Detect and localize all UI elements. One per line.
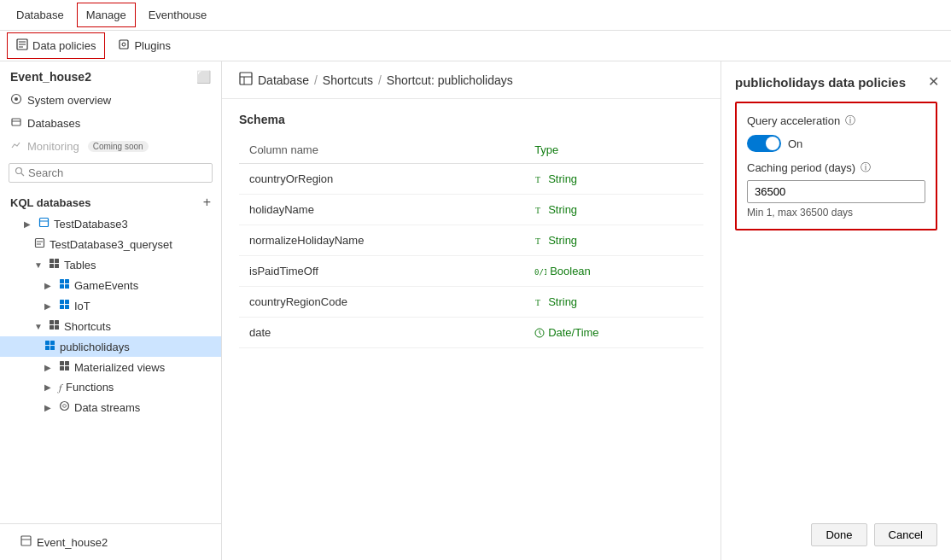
- svg-rect-25: [60, 300, 64, 304]
- svg-rect-37: [60, 361, 64, 365]
- breadcrumb-db-icon: [239, 72, 253, 88]
- caching-input[interactable]: [747, 180, 925, 203]
- svg-rect-23: [60, 284, 64, 289]
- col-name-cell: normalizeHolidayName: [239, 225, 524, 256]
- svg-line-11: [21, 173, 24, 176]
- qa-toggle[interactable]: [747, 135, 781, 152]
- qa-info-icon[interactable]: ⓘ: [845, 114, 855, 128]
- search-input[interactable]: [28, 166, 207, 179]
- kql-databases-section[interactable]: KQL databases +: [0, 188, 221, 213]
- svg-rect-14: [36, 239, 44, 248]
- sidebar-monitoring[interactable]: Monitoring Coming soon: [0, 135, 221, 158]
- nav-database[interactable]: Database: [7, 3, 73, 27]
- chevron-shortcuts-icon: ▼: [34, 322, 44, 331]
- svg-rect-19: [50, 264, 54, 268]
- table-row: holidayNameT String: [239, 195, 703, 225]
- svg-rect-20: [55, 264, 59, 268]
- tables-icon: [49, 258, 60, 271]
- db-icon: [38, 217, 50, 230]
- gameevents-icon: [59, 278, 70, 292]
- svg-rect-40: [65, 366, 69, 370]
- tree-testdatabase3[interactable]: ▶ TestDatabase3: [0, 213, 221, 234]
- col-name-cell: countryOrRegion: [239, 164, 524, 195]
- tree-tables[interactable]: ▼ Tables: [0, 254, 221, 275]
- matview-icon: [59, 360, 70, 374]
- right-panel-title: publicholidays data policies: [735, 75, 937, 90]
- caching-label: Caching period (days) ⓘ: [747, 160, 925, 175]
- breadcrumb-sep2: /: [378, 73, 382, 87]
- main-layout: Event_house2 ⬜ System overview Databases…: [0, 61, 951, 560]
- table-row: normalizeHolidayNameT String: [239, 225, 703, 256]
- sidebar-system-overview[interactable]: System overview: [0, 89, 221, 112]
- chevron-mv-icon: ▶: [44, 363, 55, 372]
- close-button[interactable]: ✕: [928, 73, 939, 90]
- cancel-button[interactable]: Cancel: [874, 523, 937, 546]
- nav-data-policies[interactable]: Data policies: [7, 32, 105, 59]
- func-icon: 𝑓: [59, 382, 61, 394]
- second-nav: Data policies Plugins: [0, 31, 951, 61]
- svg-rect-35: [45, 346, 50, 350]
- nav-eventhouse[interactable]: Eventhouse: [139, 3, 217, 27]
- svg-rect-12: [40, 219, 49, 227]
- svg-rect-34: [50, 341, 55, 345]
- svg-rect-32: [55, 325, 59, 330]
- nav-plugins[interactable]: Plugins: [108, 32, 180, 59]
- coming-soon-badge: Coming soon: [88, 141, 149, 152]
- svg-rect-33: [45, 341, 50, 345]
- sidebar-eventhouse2[interactable]: Event_house2: [10, 531, 211, 553]
- col-type-header: Type: [524, 137, 703, 164]
- col-type-cell: T String: [524, 225, 703, 256]
- add-database-button[interactable]: +: [203, 195, 211, 210]
- chevron-icon: ▶: [24, 219, 34, 229]
- schema-table: Column name Type countryOrRegionT String…: [239, 137, 703, 348]
- svg-rect-38: [65, 361, 69, 365]
- toggle-on-label: On: [788, 137, 802, 150]
- iot-icon: [59, 299, 70, 312]
- panel-footer: Done Cancel: [735, 515, 937, 546]
- svg-point-10: [16, 168, 22, 174]
- sidebar: Event_house2 ⬜ System overview Databases…: [0, 61, 222, 560]
- caching-info-icon[interactable]: ⓘ: [861, 160, 871, 175]
- nav-manage[interactable]: Manage: [77, 3, 136, 27]
- eventhouse-label: Event_house2: [10, 70, 91, 84]
- search-box[interactable]: [9, 163, 213, 183]
- top-nav: Database Manage Eventhouse: [0, 0, 951, 31]
- tree-shortcuts[interactable]: ▼ Shortcuts: [0, 316, 221, 336]
- publicholidays-icon: [44, 340, 55, 353]
- table-row: isPaidTimeOff0/1 Boolean: [239, 256, 703, 287]
- breadcrumb-database: Database: [258, 73, 309, 87]
- tree-data-streams[interactable]: ▶ Data streams: [0, 397, 221, 417]
- policy-icon: [16, 38, 28, 53]
- expand-icon[interactable]: ⬜: [196, 70, 211, 84]
- data-policies-section: Query acceleration ⓘ On Caching period (…: [735, 102, 937, 230]
- svg-rect-21: [60, 279, 64, 283]
- tree-gameevents[interactable]: ▶ GameEvents: [0, 275, 221, 295]
- plugin-icon: [118, 38, 130, 53]
- col-name-header: Column name: [239, 137, 524, 164]
- table-row: date Date/Time: [239, 318, 703, 348]
- overview-icon: [10, 93, 22, 108]
- tree-materialized-views[interactable]: ▶ Materialized views: [0, 357, 221, 377]
- done-button[interactable]: Done: [811, 523, 866, 546]
- svg-rect-24: [65, 284, 69, 289]
- svg-rect-22: [65, 279, 69, 283]
- svg-rect-4: [120, 40, 128, 49]
- svg-rect-17: [50, 259, 54, 263]
- tree-queryset[interactable]: TestDatabase3_queryset: [0, 234, 221, 254]
- sidebar-databases[interactable]: Databases: [0, 112, 221, 135]
- svg-rect-18: [55, 259, 59, 263]
- chevron-ds-icon: ▶: [44, 403, 55, 412]
- svg-point-7: [15, 97, 18, 101]
- tree-publicholidays[interactable]: publicholidays: [0, 336, 221, 357]
- svg-text:T: T: [535, 236, 540, 246]
- table-row: countryOrRegionT String: [239, 164, 703, 195]
- breadcrumb: Database / Shortcuts / Shortcut: publich…: [222, 61, 721, 99]
- breadcrumb-shortcut: Shortcut: publicholidays: [387, 73, 513, 87]
- tree-functions[interactable]: ▶ 𝑓 Functions: [0, 377, 221, 397]
- svg-point-41: [61, 402, 69, 411]
- content-area: Database / Shortcuts / Shortcut: publich…: [222, 61, 721, 560]
- tree-iot[interactable]: ▶ IoT: [0, 295, 221, 316]
- caching-hint: Min 1, max 36500 days: [747, 207, 925, 219]
- svg-rect-29: [50, 320, 54, 324]
- col-name-cell: holidayName: [239, 195, 524, 225]
